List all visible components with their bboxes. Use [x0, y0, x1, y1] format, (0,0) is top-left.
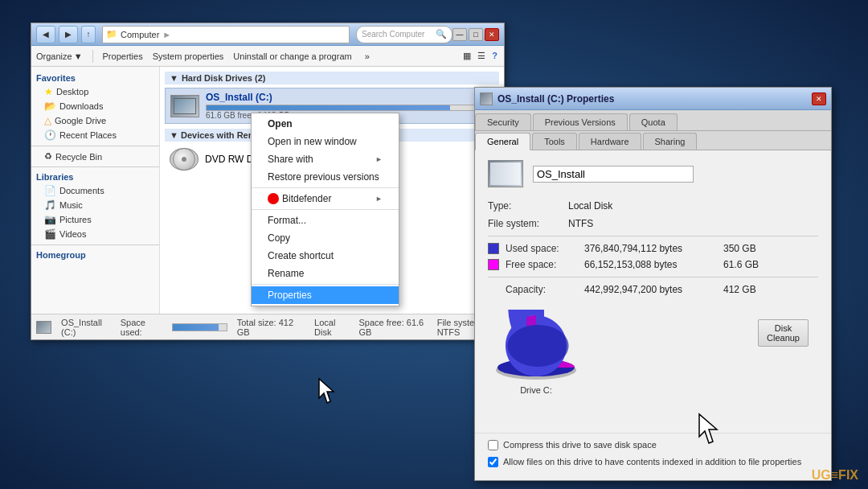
index-checkbox[interactable]	[488, 457, 498, 467]
cm-sep-3	[252, 284, 399, 285]
compress-checkbox[interactable]	[488, 440, 498, 450]
cm-bitdefender[interactable]: Bitdefender ►	[252, 190, 399, 208]
cm-open-new-window[interactable]: Open in new window	[252, 133, 399, 150]
tab-quota[interactable]: Quota	[629, 113, 678, 130]
context-menu: Open Open in new window Share with ► Res…	[251, 113, 399, 306]
libraries-header: Libraries	[31, 171, 159, 183]
used-space-row: Used space: 376,840,794,112 bytes 350 GB	[488, 243, 818, 254]
uninstall-button[interactable]: Uninstall or change a program	[233, 51, 351, 61]
favorites-section: Favorites ★ Desktop 📂 Downloads △ Google…	[31, 72, 159, 142]
status-bar: OS_Install (C:) Space used: Total size: …	[31, 314, 504, 339]
up-button[interactable]: ↑	[81, 26, 96, 43]
index-checkbox-row: Allow files on this drive to have conten…	[488, 457, 818, 467]
index-label: Allow files on this drive to have conten…	[503, 457, 801, 466]
sidebar-item-videos[interactable]: 🎬 Videos	[31, 227, 159, 241]
status-progress-bg	[172, 323, 227, 331]
capacity-size: 412 GB	[723, 284, 756, 295]
search-bar[interactable]: Search Computer 🔍	[356, 26, 452, 43]
close-button[interactable]: ✕	[485, 28, 499, 41]
favorites-header: Favorites	[31, 72, 159, 84]
address-bar[interactable]: 📁 Computer ►	[102, 26, 350, 43]
cm-format[interactable]: Format...	[252, 212, 399, 229]
fs-label: File system:	[488, 218, 568, 229]
desktop-icon: ★	[44, 86, 53, 97]
toolbar-more[interactable]: »	[365, 51, 370, 61]
tabs-row-1: Security Previous Versions Quota	[475, 110, 831, 131]
status-space-free: Space free: 61.6 GB	[358, 318, 427, 337]
maximize-button[interactable]: □	[469, 28, 483, 41]
organize-menu[interactable]: Organize ▼	[36, 51, 83, 61]
minimize-button[interactable]: —	[452, 28, 467, 41]
tab-hardware[interactable]: Hardware	[579, 133, 641, 150]
forward-button[interactable]: ▶	[59, 26, 78, 43]
sidebar-item-google-drive[interactable]: △ Google Drive	[31, 113, 159, 128]
drive-name-input[interactable]	[533, 166, 694, 183]
cm-share-arrow: ►	[375, 155, 383, 163]
search-icon: 🔍	[436, 29, 447, 39]
used-color-box	[488, 243, 499, 254]
prop-fs-row: File system: NTFS	[488, 218, 818, 229]
cm-restore-prev[interactable]: Restore previous versions	[252, 168, 399, 186]
cm-sep-2	[252, 209, 399, 210]
homegroup-header: Homegroup	[31, 249, 159, 261]
cm-sep-1	[252, 187, 399, 188]
drive-c-icon	[170, 95, 199, 117]
status-drive-icon	[36, 321, 51, 334]
capacity-bytes: 442,992,947,200 bytes	[584, 284, 717, 295]
cm-open[interactable]: Open	[252, 115, 399, 133]
cm-share-with[interactable]: Share with ►	[252, 150, 399, 168]
free-space-row: Free space: 66,152,153,088 bytes 61.6 GB	[488, 259, 818, 270]
prop-drive-icon	[488, 160, 523, 187]
back-button[interactable]: ◀	[36, 26, 55, 43]
used-bytes: 376,840,794,112 bytes	[584, 243, 717, 254]
tab-general[interactable]: General	[475, 133, 530, 150]
cm-create-shortcut[interactable]: Create shortcut	[252, 247, 399, 265]
drive-c-pie-label: Drive C:	[520, 385, 552, 395]
sidebar-item-recent[interactable]: 🕐 Recent Places	[31, 128, 159, 142]
help-icon[interactable]: ?	[490, 49, 499, 63]
sidebar: Favorites ★ Desktop 📂 Downloads △ Google…	[31, 67, 160, 314]
downloads-icon: 📂	[44, 101, 56, 112]
type-value: Local Disk	[568, 200, 612, 212]
view-icon-2[interactable]: ☰	[476, 49, 487, 63]
prop-drive-header	[488, 160, 818, 187]
tab-sharing[interactable]: Sharing	[643, 133, 698, 150]
drive-c-progress-fill	[207, 105, 450, 110]
watermark-suffix: FIX	[838, 468, 858, 482]
sidebar-item-downloads[interactable]: 📂 Downloads	[31, 99, 159, 113]
free-label: Free space:	[506, 259, 578, 270]
view-icon-1[interactable]: ▦	[461, 49, 473, 63]
tab-tools[interactable]: Tools	[532, 133, 577, 150]
tab-previous-versions[interactable]: Previous Versions	[533, 113, 628, 130]
fs-value: NTFS	[568, 218, 593, 229]
properties-bottom: Compress this drive to save disk space A…	[475, 433, 831, 480]
videos-icon: 🎬	[44, 228, 56, 240]
capacity-row: Capacity: 442,992,947,200 bytes 412 GB	[488, 284, 818, 295]
tab-security[interactable]: Security	[475, 113, 531, 130]
status-space-used: Space used:	[121, 318, 162, 337]
disk-cleanup-button[interactable]: Disk Cleanup	[758, 319, 809, 347]
sidebar-item-desktop[interactable]: ★ Desktop	[31, 84, 159, 99]
used-label: Used space:	[506, 243, 578, 254]
cm-properties[interactable]: Properties	[252, 286, 399, 304]
used-size: 350 GB	[723, 243, 756, 254]
svg-marker-2	[319, 379, 334, 403]
sidebar-item-documents[interactable]: 📄 Documents	[31, 183, 159, 198]
dvd-drive-icon	[170, 148, 199, 171]
sidebar-item-music[interactable]: 🎵 Music	[31, 198, 159, 212]
pictures-icon: 📷	[44, 214, 56, 225]
toolbar-separator-1	[92, 50, 93, 63]
pie-chart-container: Drive C:	[488, 310, 584, 395]
properties-button[interactable]: Properties	[103, 51, 143, 61]
sidebar-item-recycle[interactable]: ♻ Recycle Bin	[31, 150, 159, 163]
watermark: UG≡FIX	[812, 468, 858, 483]
system-properties-button[interactable]: System properties	[153, 51, 224, 61]
sidebar-item-pictures[interactable]: 📷 Pictures	[31, 212, 159, 227]
search-placeholder: Search Computer	[362, 30, 424, 39]
status-local-disk: Local Disk	[314, 318, 349, 337]
recycle-icon: ♻	[44, 151, 52, 162]
cm-rename[interactable]: Rename	[252, 265, 399, 282]
cm-copy[interactable]: Copy	[252, 229, 399, 247]
capacity-label: Capacity:	[506, 284, 578, 295]
properties-close-button[interactable]: ✕	[812, 92, 826, 105]
